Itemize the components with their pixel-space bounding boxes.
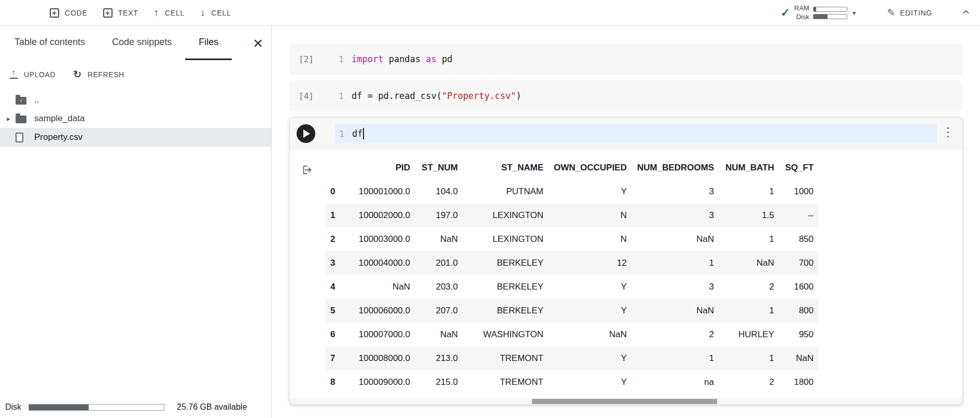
add-code-label: CODE <box>65 9 88 17</box>
df-cell: Y <box>549 180 632 204</box>
disk-label: Disk <box>796 13 809 21</box>
code-cell-1: [2] 1 import pandas as pd <box>289 44 963 75</box>
df-cell: HURLEY <box>719 323 779 347</box>
cell-options-button[interactable]: ⋮ <box>942 126 954 138</box>
df-row: 8100009000.0215.0TREMONTYna21800 <box>325 370 819 394</box>
df-cell: 203.0 <box>415 275 463 299</box>
disk-usage-bar <box>813 14 847 19</box>
code-token: df <box>352 128 362 139</box>
code-token: pd <box>437 54 453 64</box>
df-cell: 3 <box>632 275 719 299</box>
disk-available-text: 25.76 GB available <box>177 402 247 412</box>
code-token: pandas <box>383 54 426 64</box>
code-editor-line[interactable]: [4] 1 df = pd.read_csv("Property.csv") <box>289 80 963 111</box>
df-cell: 100009000.0 <box>343 370 415 394</box>
file-tree-item-parent-dir[interactable]: ↑ .. <box>0 91 271 109</box>
focused-code-line[interactable]: 1 df <box>335 124 937 143</box>
code-text: df = pd.read_csv("Property.csv") <box>352 91 522 101</box>
move-cell-down-button[interactable]: ↓ CELL <box>200 8 231 18</box>
df-index-cell: 7 <box>325 347 343 370</box>
df-cell: 2 <box>719 275 779 299</box>
df-cell: BERKELEY <box>463 275 549 299</box>
df-cell: TREMONT <box>463 347 549 370</box>
df-index-cell: 5 <box>325 299 343 323</box>
df-cell: Y <box>549 275 632 299</box>
df-cell: 3 <box>632 180 719 204</box>
df-cell: NaN <box>415 323 463 347</box>
move-cell-up-button[interactable]: ↑ CELL <box>154 8 185 18</box>
ram-label: RAM <box>794 4 809 12</box>
add-text-label: TEXT <box>118 9 138 17</box>
df-cell: 850 <box>779 227 819 251</box>
df-row: 7100008000.0213.0TREMONTY11NaN <box>325 347 819 370</box>
execution-count: [4] <box>289 91 330 101</box>
upload-label: UPLOAD <box>24 70 55 79</box>
df-index-cell: 8 <box>325 370 343 394</box>
resource-monitor[interactable]: RAM Disk ▾ <box>794 4 856 21</box>
code-editor-line[interactable]: 1 df ⋮ <box>290 118 962 150</box>
df-cell: 213.0 <box>415 347 463 370</box>
df-cell: Y <box>549 370 632 394</box>
code-token: import <box>352 54 383 64</box>
code-cell-3-active: 1 df ⋮ PIDST_NUMST_NAMEOWN_OCCUPIEDNUM_B… <box>289 117 963 405</box>
tab-label: Files <box>199 37 218 48</box>
notebook-toolbar: + CODE + TEXT ↑ CELL ↓ CELL ✓ RAM Disk <box>0 0 980 26</box>
file-tree-item-property-csv[interactable]: Property.csv <box>0 128 271 147</box>
connected-check-icon: ✓ <box>780 6 790 20</box>
upload-icon: ↑ <box>9 70 18 79</box>
df-row: 5100006000.0207.0BERKELEYYNaN1800 <box>325 299 819 323</box>
line-number: 1 <box>335 129 344 139</box>
df-cell: LEXINGTON <box>463 227 549 251</box>
df-cell: 1800 <box>779 370 819 394</box>
df-cell: 1 <box>632 251 719 275</box>
df-index-cell: 4 <box>325 275 343 299</box>
df-cell: 1600 <box>779 275 819 299</box>
notebook-content: [2] 1 import pandas as pd [4] 1 df = pd.… <box>272 26 980 418</box>
file-tree-item-sample-data[interactable]: ▸ sample_data <box>0 109 271 128</box>
tab-label: Table of contents <box>15 37 85 48</box>
df-cell: -- <box>779 204 819 227</box>
refresh-icon: ↻ <box>73 69 82 79</box>
df-index-cell: 2 <box>325 227 343 251</box>
df-cell: Y <box>549 347 632 370</box>
df-cell: 207.0 <box>415 299 463 323</box>
df-cell: 2 <box>632 323 719 347</box>
horizontal-scrollbar[interactable] <box>290 398 962 405</box>
close-sidebar-button[interactable]: × <box>253 35 263 51</box>
toolbar-right: ✓ RAM Disk ▾ ✎ EDITING <box>780 4 973 21</box>
folder-up-icon: ↑ <box>16 97 26 105</box>
df-cell: PUTNAM <box>463 180 549 204</box>
df-cell: NaN <box>415 227 463 251</box>
chevron-up-icon <box>961 7 971 17</box>
df-cell: 800 <box>779 299 819 323</box>
arrow-up-icon: ↑ <box>154 8 159 18</box>
refresh-label: REFRESH <box>88 70 124 79</box>
sidebar-tabs: Table of contents Code snippets Files × <box>0 26 271 60</box>
df-row: 2100003000.0NaNLEXINGTONNNaN1850 <box>325 227 819 251</box>
expand-chevron-icon[interactable]: ▸ <box>0 114 16 123</box>
df-cell: NaN <box>719 251 779 275</box>
add-text-cell-button[interactable]: + TEXT <box>103 8 138 18</box>
tab-code-snippets[interactable]: Code snippets <box>99 26 185 60</box>
add-code-cell-button[interactable]: + CODE <box>50 8 88 18</box>
df-cell: 100008000.0 <box>343 347 415 370</box>
tab-files[interactable]: Files <box>185 26 232 60</box>
run-cell-button[interactable] <box>297 124 315 143</box>
output-icon <box>301 164 313 176</box>
df-head-row: PIDST_NUMST_NAMEOWN_OCCUPIEDNUM_BEDROOMS… <box>325 156 819 180</box>
code-editor-line[interactable]: [2] 1 import pandas as pd <box>289 44 963 75</box>
move-cell-down-label: CELL <box>212 9 231 17</box>
tab-table-of-contents[interactable]: Table of contents <box>1 26 99 60</box>
df-cell: 100001000.0 <box>343 180 415 204</box>
plus-box-icon: + <box>50 8 59 18</box>
editing-label: EDITING <box>900 9 932 17</box>
scrollbar-thumb[interactable] <box>532 399 717 404</box>
refresh-button[interactable]: ↻ REFRESH <box>73 69 124 79</box>
upload-button[interactable]: ↑ UPLOAD <box>9 70 55 79</box>
df-cell: LEXINGTON <box>463 204 549 227</box>
collapse-header-button[interactable] <box>959 5 973 20</box>
df-cell: BERKELEY <box>463 299 549 323</box>
editing-mode-button[interactable]: ✎ EDITING <box>887 7 932 19</box>
df-cell: TREMONT <box>463 370 549 394</box>
df-cell: 1 <box>719 299 779 323</box>
